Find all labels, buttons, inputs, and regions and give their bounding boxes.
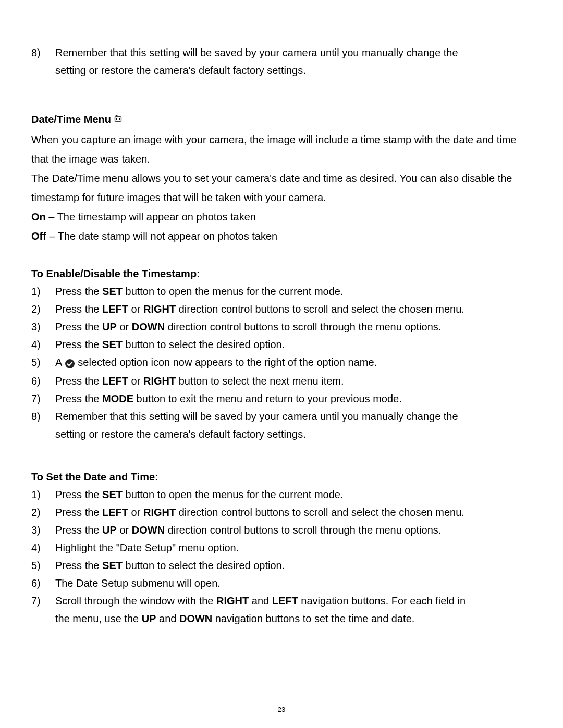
numbered-item-cont: setting or restore the camera's default … <box>31 61 527 79</box>
numbered-item: 6) The Date Setup submenu will open. <box>31 574 527 592</box>
section-heading-datetime: Date/Time Menu <box>31 110 527 128</box>
numbered-item: 1) Press the SET button to open the menu… <box>31 486 527 503</box>
numbered-item: 4) Highlight the "Date Setup" menu optio… <box>31 539 527 557</box>
numbered-item: 7) Scroll through the window with the RI… <box>31 592 527 610</box>
list-text: setting or restore the camera's default … <box>55 61 527 79</box>
paragraph: When you capture an image with your came… <box>31 130 527 169</box>
datetime-icon <box>114 110 123 128</box>
list-number: 8) <box>31 44 55 61</box>
numbered-item: 2) Press the LEFT or RIGHT direction con… <box>31 300 527 318</box>
paragraph: The Date/Time menu allows you to set you… <box>31 169 527 207</box>
paragraph-off: Off – The date stamp will not appear on … <box>31 227 527 246</box>
numbered-item-cont: setting or restore the camera's default … <box>31 425 527 443</box>
numbered-item: 3) Press the UP or DOWN direction contro… <box>31 521 527 539</box>
numbered-item: 6) Press the LEFT or RIGHT button to sel… <box>31 372 527 390</box>
numbered-item: 3) Press the UP or DOWN direction contro… <box>31 318 527 336</box>
numbered-item: 7) Press the MODE button to exit the men… <box>31 390 527 408</box>
list-text: Remember that this setting will be saved… <box>55 44 527 61</box>
numbered-item-cont: the menu, use the UP and DOWN navigation… <box>31 610 527 627</box>
numbered-item: 1) Press the SET button to open the menu… <box>31 282 527 300</box>
numbered-item: 8) Remember that this setting will be sa… <box>31 44 527 61</box>
paragraph-on: On – The timestamp will appear on photos… <box>31 207 527 227</box>
page-number: 23 <box>0 706 563 713</box>
numbered-item: 2) Press the LEFT or RIGHT direction con… <box>31 503 527 521</box>
document-page: 8) Remember that this setting will be sa… <box>0 0 563 728</box>
checkmark-circle-icon <box>65 354 75 372</box>
numbered-item: 4) Press the SET button to select the de… <box>31 336 527 353</box>
section-heading-timestamp: To Enable/Disable the Timestamp: <box>31 265 527 282</box>
numbered-item: 5) A selected option icon now appears to… <box>31 353 527 372</box>
numbered-item: 8) Remember that this setting will be sa… <box>31 408 527 425</box>
section-heading-setdate: To Set the Date and Time: <box>31 468 527 486</box>
numbered-item: 5) Press the SET button to select the de… <box>31 557 527 574</box>
